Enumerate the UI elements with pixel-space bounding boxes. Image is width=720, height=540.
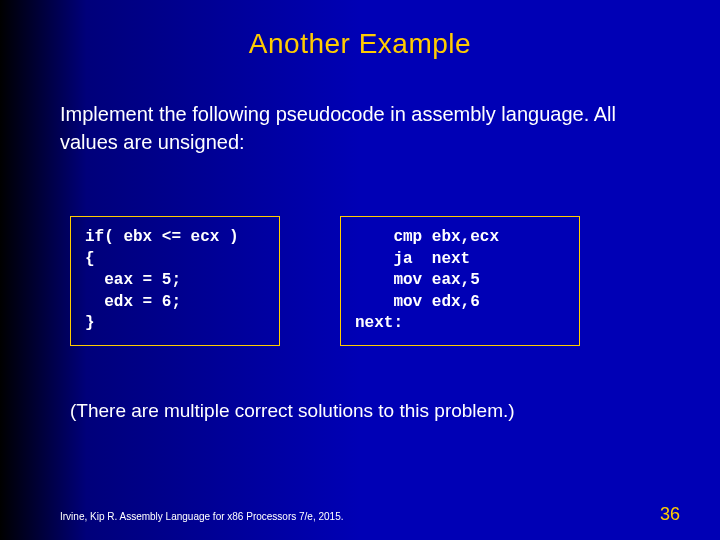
page-number: 36 (660, 504, 680, 525)
pseudocode-box: if( ebx <= ecx ) { eax = 5; edx = 6; } (70, 216, 280, 346)
slide-title: Another Example (0, 28, 720, 60)
description-text: Implement the following pseudocode in as… (60, 100, 670, 156)
code-boxes-container: if( ebx <= ecx ) { eax = 5; edx = 6; } c… (70, 216, 580, 346)
note-text: (There are multiple correct solutions to… (70, 400, 670, 422)
slide: Another Example Implement the following … (0, 0, 720, 540)
assembly-box: cmp ebx,ecx ja next mov eax,5 mov edx,6 … (340, 216, 580, 346)
footer-citation: Irvine, Kip R. Assembly Language for x86… (60, 511, 344, 522)
